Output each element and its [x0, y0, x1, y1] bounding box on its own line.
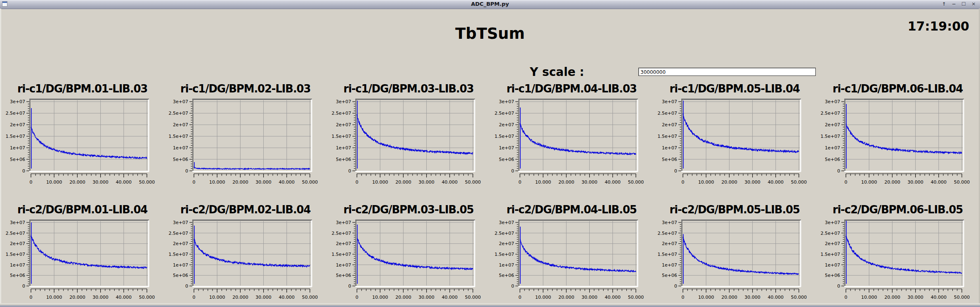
svg-text:40.000: 40.000 — [279, 179, 295, 185]
svg-text:5e+06: 5e+06 — [10, 157, 25, 162]
svg-text:2.5e+07: 2.5e+07 — [331, 231, 351, 236]
svg-text:10.000: 10.000 — [535, 295, 551, 300]
chart-canvas: 05e+061e+071.5e+072e+072.5e+073e+07010.0… — [328, 217, 489, 307]
svg-text:1e+07: 1e+07 — [662, 145, 677, 151]
svg-text:3e+07: 3e+07 — [336, 220, 351, 225]
svg-text:0: 0 — [22, 168, 25, 174]
svg-text:2.5e+07: 2.5e+07 — [168, 111, 188, 116]
svg-text:0: 0 — [519, 179, 522, 185]
svg-text:20.000: 20.000 — [558, 295, 574, 300]
svg-text:0: 0 — [682, 295, 685, 300]
svg-text:2.5e+07: 2.5e+07 — [5, 231, 25, 236]
svg-text:3e+07: 3e+07 — [10, 220, 25, 225]
svg-text:1.5e+07: 1.5e+07 — [168, 252, 188, 257]
svg-text:2.5e+07: 2.5e+07 — [495, 231, 514, 236]
window-buttons: ↑ − ☐ ✕ — [941, 0, 977, 8]
svg-text:5e+06: 5e+06 — [499, 273, 514, 278]
svg-text:3e+07: 3e+07 — [662, 220, 677, 225]
chart-canvas: 05e+061e+071.5e+072e+072.5e+073e+07010.0… — [165, 97, 326, 192]
svg-text:0: 0 — [511, 168, 514, 174]
svg-text:1.5e+07: 1.5e+07 — [821, 134, 840, 139]
svg-text:3e+07: 3e+07 — [336, 99, 351, 104]
svg-text:2e+07: 2e+07 — [825, 122, 840, 128]
svg-text:0: 0 — [837, 168, 840, 174]
svg-text:1e+07: 1e+07 — [10, 145, 25, 151]
svg-text:20.000: 20.000 — [69, 295, 85, 300]
svg-text:1.5e+07: 1.5e+07 — [495, 134, 514, 139]
svg-text:1e+07: 1e+07 — [499, 145, 514, 151]
svg-text:10.000: 10.000 — [46, 295, 62, 300]
svg-text:2e+07: 2e+07 — [499, 241, 514, 246]
svg-text:2e+07: 2e+07 — [10, 241, 25, 246]
svg-text:40.000: 40.000 — [931, 179, 947, 185]
maximize-button[interactable]: ☐ — [961, 1, 967, 7]
svg-text:2e+07: 2e+07 — [336, 241, 351, 246]
svg-text:0: 0 — [511, 283, 514, 289]
svg-text:0: 0 — [674, 168, 677, 174]
svg-text:0: 0 — [185, 283, 188, 289]
svg-text:2e+07: 2e+07 — [173, 241, 188, 246]
chart-title: ri-c1/DG/BPM.05-LIB.04 — [654, 82, 816, 97]
chart-canvas: 05e+061e+071.5e+072e+072.5e+073e+07010.0… — [491, 97, 652, 192]
svg-text:20.000: 20.000 — [232, 179, 248, 185]
svg-text:1.5e+07: 1.5e+07 — [331, 252, 351, 257]
y-scale-input[interactable] — [638, 68, 816, 76]
chart-canvas: 05e+061e+071.5e+072e+072.5e+073e+07010.0… — [817, 217, 978, 307]
svg-text:1e+07: 1e+07 — [173, 262, 188, 268]
svg-text:50.000: 50.000 — [302, 179, 318, 185]
minimize-button[interactable]: − — [951, 1, 957, 7]
svg-text:0: 0 — [674, 283, 677, 289]
chart-title: ri-c1/DG/BPM.02-LIB.03 — [164, 82, 326, 97]
chart-title: ri-c2/DG/BPM.03-LIB.05 — [327, 203, 489, 217]
svg-text:10.000: 10.000 — [698, 179, 714, 185]
svg-text:10.000: 10.000 — [209, 295, 225, 300]
chart-canvas: 05e+061e+071.5e+072e+072.5e+073e+07010.0… — [2, 97, 163, 192]
svg-text:10.000: 10.000 — [535, 179, 551, 185]
svg-text:5e+06: 5e+06 — [825, 157, 840, 162]
svg-text:1.5e+07: 1.5e+07 — [821, 252, 840, 257]
svg-text:0: 0 — [355, 179, 358, 185]
chart-panel: ri-c1/DG/BPM.01-LIB.0305e+061e+071.5e+07… — [1, 82, 163, 192]
svg-text:40.000: 40.000 — [768, 295, 784, 300]
svg-text:20.000: 20.000 — [395, 179, 411, 185]
svg-text:5e+06: 5e+06 — [173, 157, 188, 162]
svg-text:3e+07: 3e+07 — [499, 99, 514, 104]
svg-text:1.5e+07: 1.5e+07 — [658, 252, 677, 257]
close-button[interactable]: ✕ — [971, 1, 977, 7]
svg-text:10.000: 10.000 — [861, 179, 877, 185]
chart-canvas: 05e+061e+071.5e+072e+072.5e+073e+07010.0… — [165, 217, 326, 307]
svg-text:2.5e+07: 2.5e+07 — [495, 111, 514, 116]
svg-text:1e+07: 1e+07 — [336, 262, 351, 268]
svg-text:20.000: 20.000 — [721, 295, 737, 300]
chart-panel: ri-c1/DG/BPM.03-LIB.0305e+061e+071.5e+07… — [327, 82, 489, 192]
svg-text:1e+07: 1e+07 — [10, 262, 25, 268]
svg-text:40.000: 40.000 — [279, 295, 295, 300]
svg-text:30.000: 30.000 — [418, 295, 435, 300]
svg-text:50.000: 50.000 — [954, 295, 970, 300]
svg-text:5e+06: 5e+06 — [173, 273, 188, 278]
svg-text:3e+07: 3e+07 — [499, 220, 514, 225]
page-title: TbTSum — [0, 25, 980, 43]
shade-button[interactable]: ↑ — [941, 1, 947, 7]
svg-text:40.000: 40.000 — [442, 179, 458, 185]
svg-text:2e+07: 2e+07 — [499, 122, 514, 128]
svg-text:1e+07: 1e+07 — [336, 145, 351, 151]
svg-text:1e+07: 1e+07 — [825, 262, 840, 268]
svg-text:1.5e+07: 1.5e+07 — [5, 134, 25, 139]
svg-text:3e+07: 3e+07 — [662, 99, 677, 104]
svg-text:40.000: 40.000 — [442, 295, 458, 300]
svg-text:0: 0 — [845, 179, 848, 185]
svg-text:50.000: 50.000 — [465, 179, 481, 185]
chart-title: ri-c1/DG/BPM.01-LIB.03 — [1, 82, 163, 97]
svg-text:2.5e+07: 2.5e+07 — [331, 111, 351, 116]
svg-text:20.000: 20.000 — [885, 295, 901, 300]
svg-text:30.000: 30.000 — [908, 295, 924, 300]
chart-canvas: 05e+061e+071.5e+072e+072.5e+073e+07010.0… — [328, 97, 489, 192]
svg-text:50.000: 50.000 — [139, 179, 155, 185]
chart-canvas: 05e+061e+071.5e+072e+072.5e+073e+07010.0… — [491, 217, 652, 307]
y-scale-label: Y scale : — [530, 65, 584, 79]
svg-text:5e+06: 5e+06 — [662, 273, 677, 278]
svg-text:30.000: 30.000 — [745, 295, 761, 300]
svg-text:5e+06: 5e+06 — [336, 157, 351, 162]
svg-text:30.000: 30.000 — [92, 179, 109, 185]
